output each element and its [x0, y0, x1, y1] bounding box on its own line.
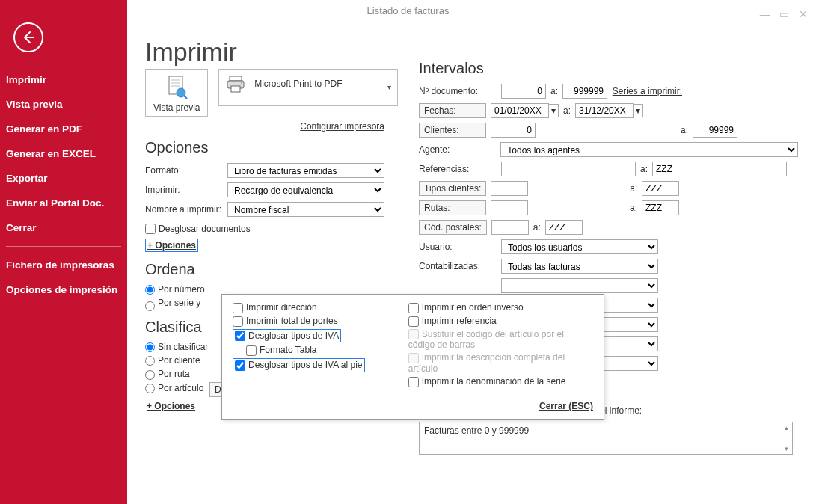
imprimir-select[interactable]: Recargo de equivalencia	[227, 182, 384, 197]
extra-select-1[interactable]	[501, 278, 658, 293]
chevron-down-icon: ▾	[387, 83, 391, 91]
sidebar-item-imprimir[interactable]: Imprimir	[0, 67, 127, 92]
popup-desglosar-iva-pie[interactable]: Desglosar tipos de IVA al pie	[235, 360, 363, 371]
sidebar-item-enviar-portal[interactable]: Enviar al Portal Doc.	[0, 191, 127, 215]
sidebar-item-fichero-impresoras[interactable]: Fichero de impresoras	[0, 253, 127, 277]
ordenacion-heading: Ordena	[145, 261, 399, 278]
formato-label: Formato:	[145, 165, 227, 176]
popup-descripcion-completa: Imprimir la descripción completa del art…	[408, 352, 581, 374]
svg-rect-6	[230, 76, 242, 81]
svg-point-9	[241, 82, 242, 84]
rutas-to-input[interactable]	[642, 200, 679, 215]
maximize-icon[interactable]: ▭	[777, 3, 791, 16]
fecha-to-input[interactable]	[575, 103, 634, 118]
printer-icon	[225, 74, 246, 95]
window-title: Listado de facturas	[367, 5, 450, 16]
mas-opciones-link[interactable]: + Opciones	[145, 239, 198, 252]
popup-close-link[interactable]: Cerrar (ESC)	[539, 401, 593, 411]
cp-button[interactable]: Cód. postales:	[419, 220, 487, 235]
ref-to-input[interactable]	[652, 162, 787, 176]
vista-previa-button[interactable]: Vista previa	[145, 69, 208, 117]
sidebar-item-opciones-impresion[interactable]: Opciones de impresión	[0, 277, 127, 302]
arrow-left-icon	[21, 30, 36, 45]
cli-to-input[interactable]	[693, 123, 737, 138]
ref-from-input[interactable]	[501, 162, 636, 176]
calendar-to-icon[interactable]: ▾	[633, 104, 643, 117]
sidebar: Imprimir Vista previa Generar en PDF Gen…	[0, 0, 127, 504]
popup-sustituir-codigo: Sustituir el código del artículo por el …	[408, 329, 581, 351]
options-popup: Imprimir dirección Imprimir total de por…	[221, 294, 604, 420]
svg-rect-8	[231, 86, 240, 92]
cp-to-input[interactable]	[545, 220, 583, 235]
series-link[interactable]: Series a imprimir:	[613, 86, 682, 96]
clasif-mas-opciones[interactable]: + Opciones	[145, 400, 197, 412]
rutas-button[interactable]: Rutas:	[419, 200, 486, 215]
close-icon[interactable]: ✕	[797, 3, 810, 16]
ndoc-from-input[interactable]	[501, 84, 546, 99]
rutas-from-input[interactable]	[491, 200, 528, 215]
cp-from-input[interactable]	[491, 220, 529, 235]
sidebar-item-cerrar[interactable]: Cerrar	[0, 215, 127, 240]
main-panel: Imprimir Vista previa Microsoft Print to…	[127, 22, 816, 504]
popup-total-portes[interactable]: Imprimir total de portes	[233, 316, 405, 327]
vista-previa-label: Vista previa	[153, 102, 200, 113]
agente-label: Agente:	[419, 144, 500, 155]
tipos-from-input[interactable]	[491, 181, 528, 196]
ref-label: Referencias:	[419, 164, 501, 174]
usuario-select[interactable]: Todos los usuarios	[501, 239, 658, 254]
sidebar-item-generar-excel[interactable]: Generar en EXCEL	[0, 141, 127, 166]
popup-formato-tabla[interactable]: Formato Tabla	[246, 345, 405, 356]
ndoc-label: Nº documento:	[419, 86, 501, 96]
agente-select[interactable]: Todos los agentes	[500, 142, 798, 157]
imprimir-label: Imprimir:	[145, 185, 227, 195]
popup-desglosar-iva[interactable]: Desglosar tipos de IVA	[235, 331, 339, 342]
minimize-icon[interactable]: —	[758, 3, 772, 16]
tipos-clientes-button[interactable]: Tipos clientes:	[419, 181, 486, 196]
nombre-label: Nombre a imprimir:	[145, 204, 227, 215]
ndoc-to-input[interactable]	[562, 84, 607, 99]
calendar-from-icon[interactable]: ▾	[548, 104, 559, 117]
usuario-label: Usuario:	[419, 242, 501, 252]
cont-label: Contabilizadas:	[419, 261, 501, 271]
popup-orden-inverso[interactable]: Imprimir en orden inverso	[408, 302, 581, 313]
desglosar-docs-label: Desglosar documentos	[159, 224, 251, 234]
cli-from-input[interactable]	[491, 123, 536, 138]
scrollbar-icon[interactable]: ▴▾	[782, 424, 791, 452]
intervalos-heading: Intervalos	[419, 60, 798, 77]
configure-printer-link[interactable]: Configurar impresora	[300, 121, 384, 132]
encabezado-textarea[interactable]: Facturas entre 0 y 999999 ▴▾	[419, 422, 793, 455]
sidebar-item-generar-pdf[interactable]: Generar en PDF	[0, 117, 127, 141]
sidebar-item-exportar[interactable]: Exportar	[0, 166, 127, 191]
fechas-button[interactable]: Fechas:	[419, 103, 486, 118]
sidebar-separator	[6, 246, 121, 247]
svg-line-5	[184, 96, 187, 99]
document-preview-icon	[162, 76, 191, 99]
encabezado-text: Facturas entre 0 y 999999	[424, 425, 529, 436]
desglosar-docs-checkbox[interactable]	[145, 224, 156, 234]
popup-imprimir-direccion[interactable]: Imprimir dirección	[233, 302, 405, 313]
back-button[interactable]	[13, 22, 43, 52]
clientes-button[interactable]: Clientes:	[419, 123, 486, 138]
fecha-from-input[interactable]	[491, 103, 549, 118]
cont-select[interactable]: Todas las facturas	[501, 259, 658, 274]
popup-imprimir-referencia[interactable]: Imprimir referencia	[408, 316, 581, 327]
nombre-select[interactable]: Nombre fiscal	[227, 202, 384, 217]
popup-denominacion-serie[interactable]: Imprimir la denominación de la serie	[408, 376, 581, 387]
printer-selector[interactable]: Microsoft Print to PDF ▾	[218, 69, 398, 106]
printer-name: Microsoft Print to PDF	[254, 79, 342, 89]
formato-select[interactable]: Libro de facturas emitidas	[227, 163, 384, 178]
sidebar-item-vista-previa[interactable]: Vista previa	[0, 92, 127, 117]
opciones-heading: Opciones	[145, 139, 399, 156]
tipos-to-input[interactable]	[642, 181, 679, 196]
